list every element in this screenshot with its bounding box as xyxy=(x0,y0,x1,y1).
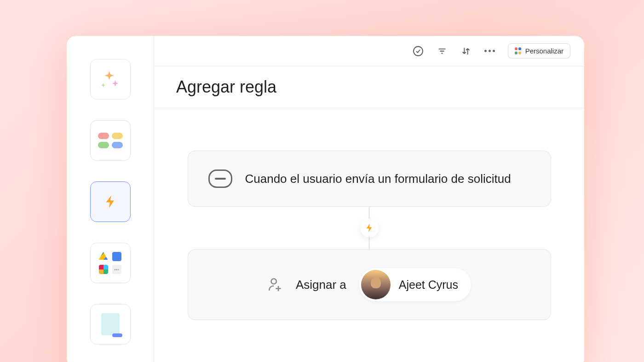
sidebar-item-apps[interactable]: ••• xyxy=(90,243,131,283)
main-panel: Personalizar Agregar regla Cuando el usu… xyxy=(154,36,584,362)
action-label: Asignar a xyxy=(296,278,346,292)
left-sidebar: ••• xyxy=(67,36,154,362)
rule-canvas: Cuando el usuario envía un formulario de… xyxy=(154,108,584,362)
customize-label: Personalizar xyxy=(525,47,564,55)
connector xyxy=(369,207,369,249)
assign-person-icon xyxy=(267,277,283,292)
svg-point-0 xyxy=(414,47,423,56)
page-title: Agregar regla xyxy=(176,77,562,97)
assignee-chip[interactable]: Ajeet Cyrus xyxy=(359,268,471,301)
trigger-text: Cuando el usuario envía un formulario de… xyxy=(245,172,511,186)
connector-bolt-icon xyxy=(360,219,379,237)
grid-color-icon xyxy=(515,47,522,54)
more-options-icon[interactable] xyxy=(484,45,496,57)
document-icon xyxy=(101,313,120,335)
bolt-icon xyxy=(103,194,118,209)
app-integrations-icon: ••• xyxy=(99,252,122,274)
filter-lines-icon[interactable] xyxy=(436,45,448,57)
sidebar-item-rules[interactable] xyxy=(90,181,131,222)
sidebar-item-templates[interactable] xyxy=(90,304,131,344)
sort-arrows-icon[interactable] xyxy=(460,45,472,57)
action-card[interactable]: Asignar a Ajeet Cyrus xyxy=(188,249,551,320)
check-circle-icon[interactable] xyxy=(412,45,424,57)
customize-button[interactable]: Personalizar xyxy=(508,43,570,58)
sidebar-item-fields[interactable] xyxy=(90,120,131,161)
assignee-name: Ajeet Cyrus xyxy=(399,278,458,292)
form-icon xyxy=(208,169,232,188)
top-toolbar: Personalizar xyxy=(154,36,584,66)
assignee-avatar xyxy=(361,270,391,299)
sidebar-item-ai[interactable] xyxy=(90,59,131,99)
color-pills-icon xyxy=(98,133,123,148)
app-window: ••• xyxy=(67,36,584,362)
sparkles-icon xyxy=(100,69,121,89)
svg-point-4 xyxy=(271,279,276,284)
page-header: Agregar regla xyxy=(154,66,584,108)
trigger-card[interactable]: Cuando el usuario envía un formulario de… xyxy=(188,151,551,207)
